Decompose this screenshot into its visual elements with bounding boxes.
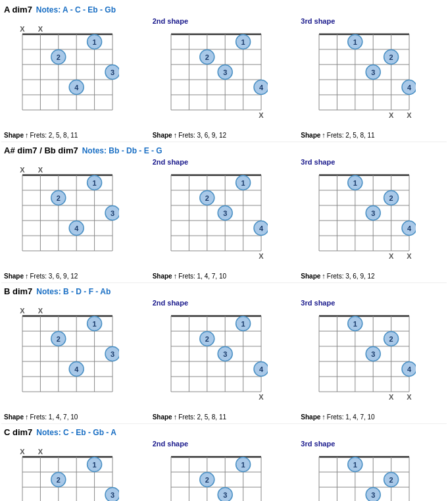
- svg-text:3: 3: [111, 491, 114, 499]
- chord-section-0: A dim7Notes: A - C - Eb - GbXX3142Shape↑…: [1, 3, 447, 142]
- shape-label: 2nd shape: [153, 299, 296, 307]
- svg-text:1: 1: [353, 38, 357, 46]
- svg-text:3: 3: [223, 68, 227, 76]
- fretboard: XX3142: [4, 167, 119, 271]
- svg-text:4: 4: [74, 84, 79, 92]
- shape-info: Shape↑Frets: 2, 5, 8, 11: [301, 131, 444, 139]
- svg-text:X: X: [407, 393, 412, 401]
- shape-text-label: Shape: [301, 413, 320, 421]
- svg-text:X: X: [259, 111, 264, 119]
- chord-shape-1: 2nd shapeX4132Shape↑Frets: 3, 6, 9, 12: [150, 438, 299, 501]
- svg-text:X: X: [38, 449, 43, 456]
- chord-notes: Notes: C - Eb - Gb - A: [36, 428, 116, 437]
- frets-text: Frets: 3, 6, 9, 12: [178, 132, 226, 139]
- svg-text:X: X: [20, 26, 25, 33]
- svg-text:1: 1: [241, 38, 245, 46]
- shape-label: 3rd shape: [301, 158, 444, 166]
- svg-text:2: 2: [57, 53, 61, 61]
- svg-text:4: 4: [407, 84, 412, 92]
- svg-text:X: X: [259, 252, 264, 260]
- svg-text:3: 3: [371, 491, 375, 499]
- svg-text:1: 1: [93, 461, 97, 469]
- arrow-icon: ↑: [25, 413, 29, 421]
- chord-row: XX3142Shape↑Frets: 1, 4, 7, 102nd shapeX…: [1, 298, 447, 422]
- chord-row: XX3142Shape↑Frets: 2, 5, 8, 112nd shapeX…: [1, 16, 447, 140]
- svg-text:2: 2: [389, 335, 393, 343]
- svg-text:X: X: [407, 252, 412, 260]
- svg-text:X: X: [38, 167, 43, 174]
- fretboard: X4132: [153, 449, 268, 501]
- svg-text:2: 2: [57, 335, 61, 343]
- frets-text: Frets: 3, 6, 9, 12: [30, 273, 78, 280]
- chord-shape-0: XX3142Shape↑Frets: 2, 5, 8, 11: [1, 16, 150, 140]
- frets-text: Frets: 1, 4, 7, 10: [327, 413, 375, 421]
- chord-row: XX3142Shape↑Frets: 3, 6, 9, 122nd shapeX…: [1, 157, 447, 281]
- chord-section-2: B dim7Notes: B - D - F - AbXX3142Shape↑F…: [1, 284, 447, 424]
- chord-notes: Notes: Bb - Db - E - G: [82, 146, 162, 155]
- chord-shape-2: 3rd shapeXX4231Shape↑Frets: 3, 6, 9, 12: [298, 157, 447, 281]
- svg-text:4: 4: [74, 365, 79, 373]
- shape-label: 3rd shape: [301, 17, 444, 25]
- chord-section-3: C dim7Notes: C - Eb - Gb - AXX3142Shape↑…: [1, 425, 447, 501]
- svg-text:2: 2: [205, 335, 209, 343]
- svg-text:2: 2: [57, 194, 61, 202]
- chord-shape-2: 3rd shapeXX4231Shape↑Frets: 2, 5, 8, 11: [298, 16, 447, 140]
- shape-info: Shape↑Frets: 1, 4, 7, 10: [153, 272, 296, 280]
- shape-label: 2nd shape: [153, 17, 296, 25]
- shape-label: 3rd shape: [301, 299, 444, 307]
- shape-info: Shape↑Frets: 1, 4, 7, 10: [4, 413, 147, 421]
- arrow-icon: ↑: [174, 413, 178, 421]
- fretboard: XX3142: [4, 308, 119, 411]
- svg-text:3: 3: [371, 350, 375, 358]
- fretboard: XX4231: [301, 26, 416, 130]
- chord-notes: Notes: A - C - Eb - Gb: [36, 5, 116, 14]
- fretboard: XX4231: [301, 308, 416, 411]
- chord-section-1: A# dim7 / Bb dim7Notes: Bb - Db - E - GX…: [1, 144, 447, 283]
- svg-text:3: 3: [111, 209, 114, 217]
- chord-shape-0: XX3142Shape↑Frets: 3, 6, 9, 12: [1, 157, 150, 281]
- svg-text:2: 2: [205, 53, 209, 61]
- chord-shape-1: 2nd shapeX4132Shape↑Frets: 2, 5, 8, 11: [150, 298, 299, 422]
- chord-header: A# dim7 / Bb dim7Notes: Bb - Db - E - G: [1, 144, 447, 157]
- svg-text:X: X: [389, 393, 394, 401]
- svg-text:1: 1: [241, 320, 245, 328]
- svg-text:4: 4: [259, 224, 264, 232]
- svg-text:1: 1: [93, 179, 97, 187]
- svg-text:3: 3: [371, 68, 375, 76]
- fretboard: X4132: [153, 26, 268, 130]
- svg-text:X: X: [38, 26, 43, 33]
- svg-text:X: X: [389, 252, 394, 260]
- svg-text:1: 1: [353, 320, 357, 328]
- shape-info: Shape↑Frets: 1, 4, 7, 10: [301, 413, 444, 421]
- shape-info: Shape↑Frets: 3, 6, 9, 12: [301, 272, 444, 280]
- frets-text: Frets: 1, 4, 7, 10: [178, 273, 226, 280]
- svg-text:3: 3: [111, 350, 114, 358]
- chord-name: C dim7: [4, 427, 32, 437]
- shape-text-label: Shape: [153, 273, 172, 280]
- arrow-icon: ↑: [322, 272, 326, 280]
- shape-text-label: Shape: [4, 413, 24, 421]
- arrow-icon: ↑: [174, 272, 178, 280]
- chord-row: XX3142Shape↑Frets: 2, 5, 8, 112nd shapeX…: [1, 438, 447, 501]
- svg-text:4: 4: [74, 224, 79, 232]
- shape-label: 2nd shape: [153, 440, 296, 448]
- svg-text:X: X: [20, 308, 25, 315]
- svg-text:4: 4: [259, 84, 264, 92]
- svg-text:2: 2: [57, 476, 61, 484]
- svg-text:3: 3: [223, 491, 227, 499]
- svg-text:1: 1: [353, 179, 357, 187]
- shape-label: 3rd shape: [301, 440, 444, 448]
- svg-text:3: 3: [111, 68, 114, 76]
- svg-text:2: 2: [389, 53, 393, 61]
- arrow-icon: ↑: [25, 272, 29, 280]
- shape-text-label: Shape: [4, 273, 24, 280]
- chord-name: B dim7: [4, 286, 32, 296]
- chord-shape-2: 3rd shapeXX4231Shape↑Frets: 2, 5, 8, 11: [298, 438, 447, 501]
- shape-info: Shape↑Frets: 3, 6, 9, 12: [4, 272, 147, 280]
- svg-text:2: 2: [205, 476, 209, 484]
- shape-text-label: Shape: [153, 413, 172, 421]
- shape-label: 2nd shape: [153, 158, 296, 166]
- svg-text:1: 1: [93, 38, 97, 46]
- svg-text:4: 4: [259, 365, 264, 373]
- svg-text:1: 1: [241, 179, 245, 187]
